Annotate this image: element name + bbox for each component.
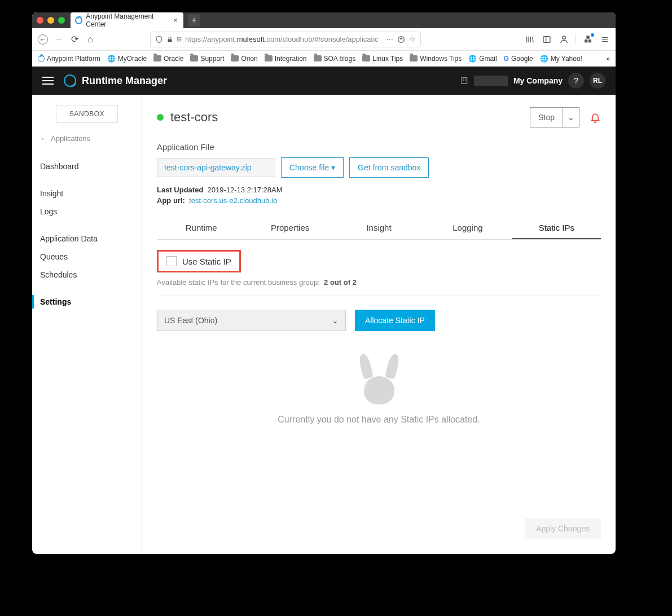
close-window-icon[interactable] (37, 17, 43, 24)
company-name[interactable]: My Company (513, 76, 563, 85)
reload-button[interactable]: ⟳ (69, 34, 80, 45)
folder-icon (190, 55, 198, 61)
folder-icon (231, 55, 239, 61)
account-icon[interactable] (559, 34, 569, 45)
minimize-window-icon[interactable] (47, 17, 54, 24)
get-from-sandbox-button[interactable]: Get from sandbox (349, 157, 429, 178)
svg-rect-11 (462, 78, 467, 84)
sidebar-item-insight[interactable]: Insight (32, 184, 142, 203)
environment-selector[interactable]: SANDBOX (56, 105, 118, 123)
forward-button[interactable]: → (54, 34, 64, 45)
sidebar-toggle-icon[interactable] (542, 34, 552, 45)
file-row: test-cors-api-gateway.zip Choose file▾ G… (157, 157, 601, 178)
tab-properties[interactable]: Properties (245, 217, 334, 239)
choose-file-button[interactable]: Choose file▾ (281, 157, 344, 178)
bookmark-label: Linux Tips (372, 55, 403, 63)
bookmark-anypoint[interactable]: Anypoint Platform (38, 55, 100, 63)
sidebar-item-queues[interactable]: Queues (32, 248, 142, 266)
browser-window: Anypoint Management Center × + ← → ⟳ ⌂ ⊞… (32, 12, 616, 554)
browser-tab[interactable]: Anypoint Management Center × (71, 12, 183, 28)
svg-rect-0 (168, 39, 172, 42)
anypoint-icon (38, 55, 45, 62)
bookmark-gmail[interactable]: 🌐Gmail (468, 55, 497, 63)
page-actions-icon[interactable]: ⋯ (386, 35, 393, 43)
bookmark-label: Oracle (164, 55, 183, 63)
home-button[interactable]: ⌂ (85, 34, 95, 45)
bookmark-integration[interactable]: Integration (265, 55, 307, 63)
allocate-static-ip-button[interactable]: Allocate Static IP (355, 310, 435, 331)
nav-menu-button[interactable] (42, 77, 54, 85)
maximize-window-icon[interactable] (58, 17, 65, 24)
address-bar[interactable]: ⊞ https://anypoint.mulesoft.com/cloudhub… (150, 32, 421, 47)
app-url-link[interactable]: test-cors.us-e2.cloudhub.io (189, 196, 277, 205)
folder-icon (362, 55, 370, 61)
caret-down-icon: ▾ (331, 163, 335, 172)
bookmark-label: Gmail (479, 55, 497, 63)
empty-state: Currently you do not have any Static IPs… (157, 354, 601, 425)
new-tab-button[interactable]: + (188, 14, 200, 27)
sidebar-item-settings[interactable]: Settings (32, 293, 142, 311)
stop-dropdown-button[interactable]: ⌄ (563, 107, 579, 127)
sidebar-item-dashboard[interactable]: Dashboard (32, 157, 142, 175)
globe-icon: 🌐 (468, 55, 477, 63)
tab-insight[interactable]: Insight (335, 217, 423, 239)
bookmarks-overflow-icon[interactable]: » (606, 55, 610, 63)
bookmarks-bar: Anypoint Platform 🌐MyOracle Oracle Suppo… (32, 51, 616, 67)
bookmark-yahoo[interactable]: 🌐My Yahoo! (540, 55, 582, 63)
application-file-value: test-cors-api-gateway.zip (157, 158, 275, 177)
sidebar-item-application-data[interactable]: Application Data (32, 230, 142, 248)
bookmark-google[interactable]: GGoogle (504, 55, 533, 63)
toolbar-right (525, 34, 610, 45)
chevron-down-icon: ⌄ (568, 113, 574, 122)
region-select[interactable]: US East (Ohio) ⌄ (157, 310, 346, 331)
bookmark-star-icon[interactable]: ☆ (409, 35, 416, 43)
app-header: Runtime Manager My Company ? RL (32, 67, 616, 95)
bookmark-label: Google (511, 55, 533, 63)
user-avatar[interactable]: RL (590, 73, 605, 89)
bookmark-windows[interactable]: Windows Tips (410, 55, 462, 63)
sidebar-item-schedules[interactable]: Schedules (32, 266, 142, 284)
divider (157, 296, 601, 296)
apply-changes-button[interactable]: Apply Changes (525, 518, 601, 539)
bookmark-orion[interactable]: Orion (231, 55, 257, 63)
menu-icon[interactable] (600, 34, 610, 45)
application-file-label: Application File (157, 142, 601, 152)
window-controls (37, 17, 65, 24)
permissions-icon[interactable]: ⊞ (177, 36, 182, 43)
stop-button[interactable]: Stop (530, 107, 563, 127)
bookmark-label: Support (200, 55, 224, 63)
building-icon (460, 77, 468, 85)
settings-tabs: Runtime Properties Insight Logging Stati… (157, 217, 601, 240)
bookmark-linux[interactable]: Linux Tips (362, 55, 403, 63)
back-button[interactable]: ← (38, 34, 48, 45)
extensions-icon[interactable] (583, 34, 593, 45)
help-button[interactable]: ? (568, 73, 584, 89)
globe-icon: 🌐 (107, 55, 116, 63)
shield-icon[interactable] (155, 36, 163, 43)
bookmark-label: SOA blogs (324, 55, 356, 63)
tab-logging[interactable]: Logging (423, 217, 512, 239)
bookmark-oracle[interactable]: Oracle (153, 55, 183, 63)
svg-point-4 (562, 36, 565, 39)
svg-rect-5 (585, 39, 587, 42)
company-redacted (474, 76, 508, 86)
library-icon[interactable] (525, 34, 535, 45)
tab-runtime[interactable]: Runtime (157, 217, 245, 239)
sidebar-item-logs[interactable]: Logs (32, 203, 142, 221)
bookmark-myoracle[interactable]: 🌐MyOracle (107, 55, 147, 63)
lock-icon (166, 36, 173, 43)
notifications-icon[interactable] (590, 112, 601, 123)
reader-mode-icon[interactable] (397, 35, 406, 44)
close-tab-icon[interactable]: × (173, 16, 178, 25)
bookmark-support[interactable]: Support (190, 55, 224, 63)
last-updated-value: 2019-12-13 2:17:28AM (208, 186, 283, 194)
empty-state-text: Currently you do not have any Static IPs… (157, 415, 601, 425)
tab-static-ips[interactable]: Static IPs (512, 217, 601, 239)
folder-icon (314, 55, 322, 61)
back-to-applications[interactable]: ← Applications (32, 134, 142, 148)
allocate-row: US East (Ohio) ⌄ Allocate Static IP (157, 310, 601, 331)
window-titlebar: Anypoint Management Center × + (32, 12, 616, 28)
use-static-ip-checkbox[interactable] (166, 256, 177, 266)
page-title: test-cors (170, 110, 218, 125)
bookmark-soa[interactable]: SOA blogs (314, 55, 356, 63)
